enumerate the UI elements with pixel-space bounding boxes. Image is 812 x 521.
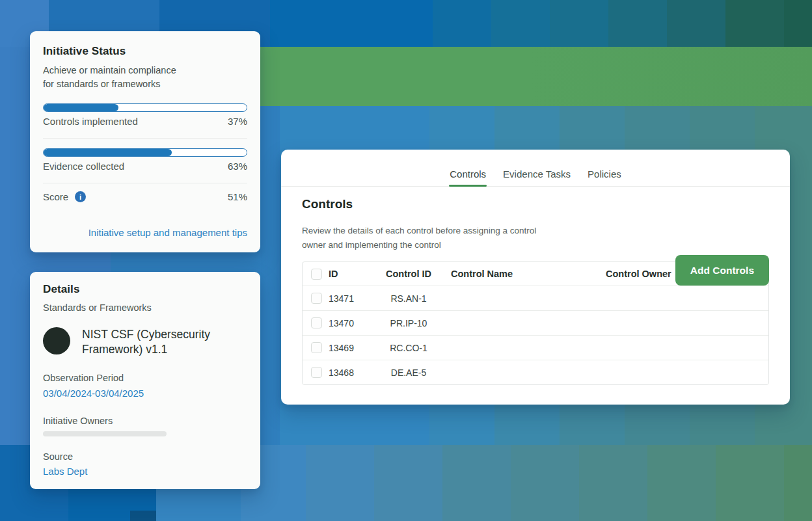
row-control-id: RS.AN-1 <box>383 293 451 304</box>
select-all-checkbox[interactable] <box>311 269 322 280</box>
setup-tips-link[interactable]: Initiative setup and management tips <box>88 227 247 238</box>
row-checkbox[interactable] <box>311 367 322 378</box>
tabs-bar: Controls Evidence Tasks Policies <box>281 150 790 187</box>
controls-panel: Controls Evidence Tasks Policies Control… <box>281 150 790 405</box>
column-header-control-id: Control ID <box>383 269 451 279</box>
initiative-status-card: Initiative Status Achieve or maintain co… <box>30 31 260 252</box>
observation-period-link[interactable]: 03/04/2024-03/04/2025 <box>43 388 144 399</box>
progress-bar-fill <box>44 149 172 156</box>
score-label: Score <box>43 191 68 202</box>
metric-value: 37% <box>228 116 247 127</box>
details-card: Details Standards or Frameworks NIST CSF… <box>30 272 260 489</box>
column-header-control-name: Control Name <box>451 269 606 279</box>
table-row[interactable]: 13469 RC.CO-1 <box>303 335 768 360</box>
score-value: 51% <box>228 191 247 202</box>
row-id: 13468 <box>329 367 383 378</box>
row-id: 13471 <box>329 293 383 304</box>
divider <box>43 183 247 183</box>
metric-block: Evidence collected 63% <box>43 148 247 183</box>
source-link[interactable]: Labs Dept <box>43 466 87 477</box>
column-header-id: ID <box>329 269 383 279</box>
row-control-id: RC.CO-1 <box>383 343 451 353</box>
table-body: 13471 RS.AN-1 13470 PR.IP-10 <box>303 286 768 384</box>
row-control-id: DE.AE-5 <box>383 367 451 378</box>
divider <box>43 138 247 139</box>
info-icon[interactable] <box>75 191 86 202</box>
frameworks-label: Standards or Frameworks <box>43 302 247 314</box>
row-checkbox[interactable] <box>311 293 322 304</box>
row-checkbox[interactable] <box>311 317 322 328</box>
progress-bar <box>43 148 247 157</box>
background-navy-chip <box>130 511 156 521</box>
metric-value: 63% <box>228 161 247 172</box>
initiative-status-title: Initiative Status <box>43 44 247 59</box>
row-control-id: PR.IP-10 <box>383 318 451 328</box>
initiative-owners-label: Initiative Owners <box>43 415 247 427</box>
row-id: 13470 <box>329 318 383 328</box>
tab[interactable]: Evidence Tasks <box>502 168 571 186</box>
framework-row: NIST CSF (Cybersecurity Framework) v1.1 <box>43 327 247 356</box>
framework-color-swatch <box>43 327 70 354</box>
tab[interactable]: Policies <box>587 168 622 186</box>
metric-label: Controls implemented <box>43 116 138 127</box>
metric-block: Controls implemented 37% <box>43 103 247 139</box>
progress-bar-fill <box>44 104 118 111</box>
table-row[interactable]: 13468 DE.AE-5 <box>303 360 768 384</box>
table-row[interactable]: 13471 RS.AN-1 <box>303 286 768 310</box>
table-row[interactable]: 13470 PR.IP-10 <box>303 310 768 335</box>
controls-description: Review the details of each control befor… <box>302 224 769 252</box>
framework-name: NIST CSF (Cybersecurity Framework) v1.1 <box>82 327 210 356</box>
score-row: Score 51% <box>43 191 247 202</box>
progress-bar <box>43 103 247 112</box>
row-checkbox[interactable] <box>311 342 322 353</box>
metrics-list: Controls implemented 37% Evidence collec… <box>43 103 247 183</box>
tab[interactable]: Controls <box>449 168 487 186</box>
metric-label: Evidence collected <box>43 161 124 172</box>
source-label: Source <box>43 451 247 463</box>
add-controls-button[interactable]: Add Controls <box>675 255 769 286</box>
initiative-owner-placeholder <box>43 431 167 436</box>
initiative-status-description: Achieve or maintain compliance for stand… <box>43 64 247 90</box>
observation-period-label: Observation Period <box>43 372 247 384</box>
row-id: 13469 <box>329 343 383 353</box>
controls-heading: Controls <box>302 196 769 212</box>
details-title: Details <box>43 282 247 297</box>
